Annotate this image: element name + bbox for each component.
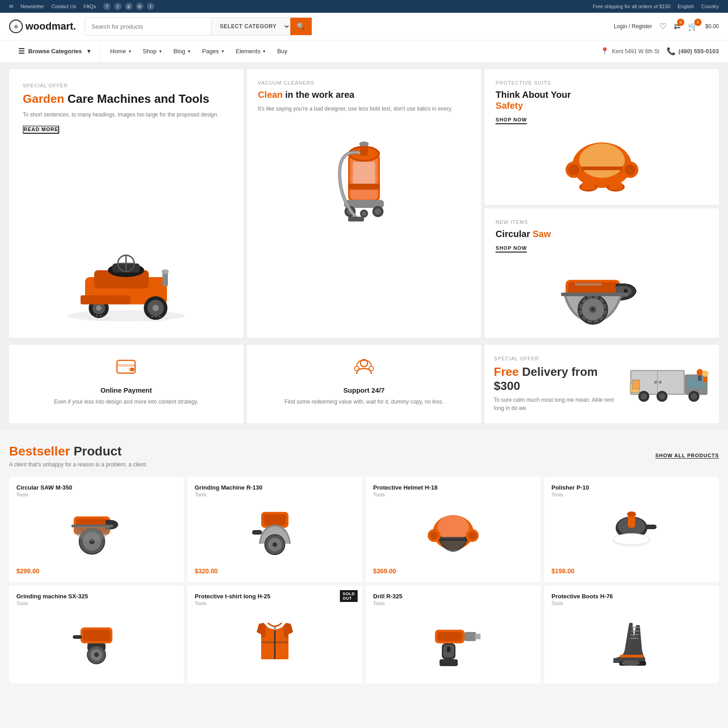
pinterest-icon[interactable]: p: [125, 3, 132, 10]
svg-point-0: [67, 310, 185, 321]
mower-svg: [58, 241, 194, 323]
nav-links: Home Shop Blog Pages Elements Buy: [100, 41, 293, 61]
hero-card1-image: [495, 133, 708, 194]
svg-point-53: [591, 308, 595, 311]
helmet-product-svg: [426, 507, 480, 557]
svg-rect-63: [578, 308, 581, 310]
polisher-product-svg: [604, 507, 659, 557]
svg-rect-30: [609, 182, 622, 190]
top-bar-left: ✉ Newsletter Contact Us FAQs f t p in t: [9, 3, 154, 10]
delivery-desc: To sure calm much most long me mean. Abl…: [494, 396, 619, 412]
logo[interactable]: ⊙ woodmart.: [9, 20, 77, 33]
bestseller-plain: Product: [74, 444, 122, 458]
nav-location: 📍 Kent 5491 W 6th St: [600, 47, 659, 56]
country-selector[interactable]: Country: [701, 4, 719, 9]
helmet-svg: [556, 133, 647, 192]
contact-link[interactable]: Contact Us: [51, 4, 76, 9]
search-bar: SELECT CATEGORY 🔍: [85, 17, 312, 35]
hero-card-protective: PROTECTIVE SUITS Think About Your Safety…: [485, 69, 719, 205]
nav-pages[interactable]: Pages: [197, 41, 229, 61]
language-selector[interactable]: English: [677, 4, 694, 9]
tumblr-icon[interactable]: t: [147, 3, 154, 10]
logo-icon: ⊙: [9, 20, 23, 33]
show-all-products-link[interactable]: SHOW ALL PRODUCTS: [655, 453, 719, 459]
drill-product-svg: [426, 614, 480, 668]
product-name: Polisher P-10: [551, 484, 712, 491]
support-title: Support 24/7: [256, 386, 472, 394]
hero-card3-title: Clean in the work area: [258, 89, 470, 100]
newsletter-link[interactable]: Newsletter: [20, 4, 44, 9]
nav-blog[interactable]: Blog: [168, 41, 196, 61]
nav-home[interactable]: Home: [105, 41, 136, 61]
product-card: Drill R-325 Tools: [366, 586, 541, 683]
support-desc: Find some redeeming value with, wait for…: [256, 398, 472, 406]
sold-out-badge: SOLDOUT: [340, 590, 358, 602]
hero-card-saw: NEW ITEMS Circular Saw SHOP NOW: [485, 208, 719, 338]
svg-point-87: [691, 393, 697, 399]
login-register-link[interactable]: Login / Register: [614, 23, 652, 30]
svg-rect-57: [604, 308, 608, 310]
svg-point-74: [369, 366, 374, 371]
twitter-icon[interactable]: t: [114, 3, 121, 10]
social-icons: f t p in t: [103, 3, 154, 10]
product-image: [551, 503, 712, 562]
svg-rect-101: [263, 514, 286, 526]
search-input[interactable]: [85, 19, 211, 35]
linkedin-icon[interactable]: in: [136, 3, 143, 10]
svg-point-83: [641, 393, 647, 399]
phone-icon: 📞: [667, 47, 676, 56]
hero-card1-cta[interactable]: SHOP NOW: [495, 117, 527, 124]
hero-card2-cta[interactable]: SHOP NOW: [495, 245, 527, 253]
cart-button[interactable]: 🛒 0: [688, 21, 698, 31]
svg-point-10: [96, 305, 101, 311]
product-name: Grinding machine SX-325: [16, 593, 177, 600]
location-text: Kent 5491 W 6th St: [612, 48, 659, 55]
wishlist-button[interactable]: ♡: [659, 21, 667, 31]
browse-categories-button[interactable]: ☰ Browse Categories ▾: [9, 40, 100, 62]
product-name: Drill R-325: [373, 593, 533, 600]
product-image: [195, 503, 355, 562]
compare-button[interactable]: ⇄ 0: [674, 21, 681, 31]
compare-badge: 0: [677, 19, 684, 26]
svg-point-26: [625, 164, 636, 175]
product-card: Grinding machine SX-325 Tools: [9, 586, 184, 683]
hero-main-cta[interactable]: READ MORE: [23, 126, 59, 134]
cart-badge: 0: [694, 19, 702, 26]
svg-rect-140: [447, 647, 450, 652]
svg-rect-124: [83, 630, 110, 641]
product-card: Protective Boots H-76 Tools: [544, 586, 719, 683]
product-card: Protective Helmet H-18 Tools: [366, 477, 541, 582]
svg-rect-66: [561, 293, 628, 296]
search-button[interactable]: 🔍: [290, 18, 312, 35]
product-image: [373, 612, 533, 671]
product-card: Grinding Machine R-130 Tools: [187, 477, 362, 582]
support-icon: [256, 356, 472, 382]
svg-point-112: [430, 531, 438, 540]
product-category: Tools: [16, 601, 177, 606]
category-select[interactable]: SELECT CATEGORY: [211, 18, 290, 35]
svg-rect-60: [592, 321, 594, 324]
product-category: Tools: [551, 492, 712, 497]
svg-point-71: [131, 368, 134, 371]
nav-buy[interactable]: Buy: [272, 41, 293, 61]
nav-elements[interactable]: Elements: [230, 41, 271, 61]
svg-point-90: [702, 370, 708, 377]
svg-rect-22: [579, 167, 625, 170]
faqs-link[interactable]: FAQs: [83, 4, 96, 9]
grinder-product-svg: [248, 507, 302, 557]
hero-card3-tag: VACUUM CLEANERS: [258, 80, 470, 86]
browse-categories-label: Browse Categories: [28, 48, 82, 55]
bestseller-accent: Bestseller: [9, 444, 70, 458]
bestseller-header: Bestseller Product SHOW ALL PRODUCTS: [9, 444, 719, 459]
svg-rect-29: [581, 182, 595, 190]
svg-point-16: [162, 269, 169, 274]
svg-point-43: [362, 211, 367, 216]
service-delivery-card: SPECIAL OFFER Free Delivery from $300 To…: [485, 345, 719, 423]
svg-point-106: [273, 542, 277, 547]
svg-rect-107: [252, 530, 262, 535]
service-payment-card: Online Payment Even if your less into de…: [9, 345, 243, 423]
facebook-icon[interactable]: f: [103, 3, 111, 10]
svg-point-85: [659, 393, 665, 399]
nav-shop[interactable]: Shop: [137, 41, 167, 61]
svg-rect-122: [645, 525, 657, 529]
